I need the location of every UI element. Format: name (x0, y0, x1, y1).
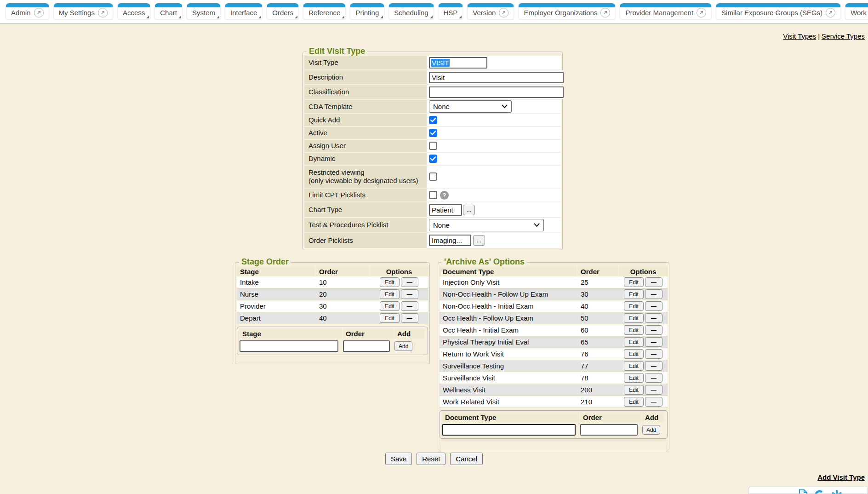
stage-add-stage-input[interactable] (240, 340, 338, 352)
edit-stage-button[interactable]: Edit (380, 289, 400, 299)
nav-tab[interactable]: HSP (438, 3, 463, 19)
help-icon[interactable]: ? (440, 191, 449, 200)
edit-archive-button[interactable]: Edit (624, 397, 644, 407)
description-input[interactable] (429, 72, 564, 83)
remove-archive-button[interactable]: — (645, 385, 662, 395)
visit-types-link[interactable]: Visit Types (783, 32, 816, 40)
nav-tab[interactable]: Reference (303, 3, 346, 19)
chart-type-input[interactable] (429, 204, 462, 216)
remove-archive-button[interactable]: — (645, 289, 662, 299)
nav-tab[interactable]: Admin (6, 3, 49, 19)
remove-archive-button[interactable]: — (645, 277, 662, 287)
classification-input[interactable] (429, 86, 564, 98)
nav-tab[interactable]: Provider Management (620, 3, 712, 19)
assign-user-checkbox[interactable] (429, 142, 437, 150)
add-visit-type-link[interactable]: Add Visit Type (817, 473, 865, 481)
archive-option-row: Wellness Visit 200 Edit — (440, 384, 668, 396)
open-in-new-window-icon (826, 8, 835, 17)
view-switch-links: Visit Types|Service Types (783, 32, 865, 40)
order-cell: 40 (577, 302, 619, 310)
save-button[interactable]: Save (385, 453, 412, 465)
archive-add-button[interactable]: Add (642, 425, 660, 435)
remove-stage-button[interactable]: — (401, 313, 418, 323)
stage-order-row: Depart 40 Edit — (237, 312, 428, 324)
edit-archive-button[interactable]: Edit (624, 337, 644, 347)
edit-stage-button[interactable]: Edit (380, 277, 400, 287)
stage-add-order-input[interactable] (343, 340, 390, 352)
archive-add-doctype-input[interactable] (442, 424, 576, 436)
nav-tab[interactable]: Access (117, 3, 150, 19)
asterisk-icon[interactable] (831, 489, 842, 494)
edit-archive-button[interactable]: Edit (624, 361, 644, 371)
document-type-cell: Injection Only Visit (440, 278, 577, 286)
remove-stage-button[interactable]: — (401, 277, 418, 287)
nav-tab[interactable]: Scheduling (388, 3, 434, 19)
nav-tab[interactable]: Employer Organizations (518, 3, 616, 19)
assign-user-label: Assign User (304, 140, 427, 152)
nav-tab[interactable]: Chart (154, 3, 183, 19)
edit-archive-button[interactable]: Edit (624, 325, 644, 335)
nav-tab[interactable]: Similar Exposure Groups (SEGs) (716, 3, 841, 19)
stage-add-button[interactable]: Add (394, 341, 412, 351)
document-type-cell: Wellness Visit (440, 386, 577, 394)
nav-tab[interactable]: Version (467, 3, 514, 19)
cda-template-select[interactable]: None (429, 100, 512, 113)
restricted-viewing-checkbox[interactable] (429, 172, 437, 181)
cda-template-row: CDA Template None (304, 100, 561, 113)
remove-archive-button[interactable]: — (645, 373, 662, 383)
edit-archive-button[interactable]: Edit (624, 277, 644, 287)
document-icon[interactable] (798, 489, 808, 494)
stage-cell: Provider (237, 302, 316, 310)
nav-tab[interactable]: Printing (350, 3, 384, 19)
test-procedures-value: None (433, 221, 450, 229)
order-cell: 76 (577, 350, 619, 358)
nav-tab[interactable]: System (187, 3, 221, 19)
limit-cpt-checkbox[interactable] (429, 191, 437, 199)
order-cell: 10 (316, 278, 370, 286)
archive-add-order-input[interactable] (580, 424, 638, 436)
edit-archive-button[interactable]: Edit (624, 301, 644, 311)
archive-option-row: Injection Only Visit 25 Edit — (440, 276, 668, 288)
order-picklists-input[interactable] (429, 235, 471, 246)
nav-tab[interactable]: Orders (267, 3, 299, 19)
quick-add-checkbox[interactable] (429, 116, 437, 124)
open-in-new-window-icon (34, 8, 44, 17)
edit-stage-button[interactable]: Edit (380, 301, 400, 311)
classification-row: Classification (304, 85, 561, 99)
chart-type-browse-button[interactable]: ... (463, 205, 475, 215)
remove-archive-button[interactable]: — (645, 397, 662, 407)
edit-archive-button[interactable]: Edit (624, 289, 644, 299)
remove-archive-button[interactable]: — (645, 337, 662, 347)
edit-visit-type-legend: Edit Visit Type (307, 46, 367, 56)
visit-type-input[interactable]: VISIT (429, 57, 487, 69)
nav-tab-label: Printing (355, 9, 379, 17)
sync-icon[interactable] (814, 489, 826, 494)
order-picklists-browse-button[interactable]: ... (473, 235, 485, 246)
edit-archive-button[interactable]: Edit (624, 349, 644, 359)
nav-tab[interactable]: Interface (225, 3, 263, 19)
reset-button[interactable]: Reset (417, 453, 445, 465)
remove-archive-button[interactable]: — (645, 301, 662, 311)
archive-add-box: Document Type Order Add Add (440, 410, 668, 439)
nav-tab[interactable]: Work Locations (845, 3, 868, 19)
nav-tab[interactable]: My Settings (53, 3, 113, 19)
remove-archive-button[interactable]: — (645, 325, 662, 335)
quick-add-row: Quick Add (304, 114, 561, 126)
active-checkbox[interactable] (429, 129, 437, 137)
dynamic-checkbox[interactable] (429, 155, 437, 163)
remove-stage-button[interactable]: — (401, 289, 418, 299)
archive-option-row: Non-Occ Health - Initial Exam 40 Edit — (440, 300, 668, 312)
edit-archive-button[interactable]: Edit (624, 313, 644, 323)
test-procedures-select[interactable]: None (429, 219, 544, 231)
edit-archive-button[interactable]: Edit (624, 373, 644, 383)
cancel-button[interactable]: Cancel (450, 453, 483, 465)
remove-stage-button[interactable]: — (401, 301, 418, 311)
order-cell: 60 (577, 326, 619, 334)
remove-archive-button[interactable]: — (645, 361, 662, 371)
remove-archive-button[interactable]: — (645, 349, 662, 359)
remove-archive-button[interactable]: — (645, 313, 662, 323)
edit-stage-button[interactable]: Edit (380, 313, 400, 323)
archive-option-row: Occ Health - Follow Up Exam 50 Edit — (440, 312, 668, 324)
service-types-link[interactable]: Service Types (822, 32, 865, 40)
edit-archive-button[interactable]: Edit (624, 385, 644, 395)
